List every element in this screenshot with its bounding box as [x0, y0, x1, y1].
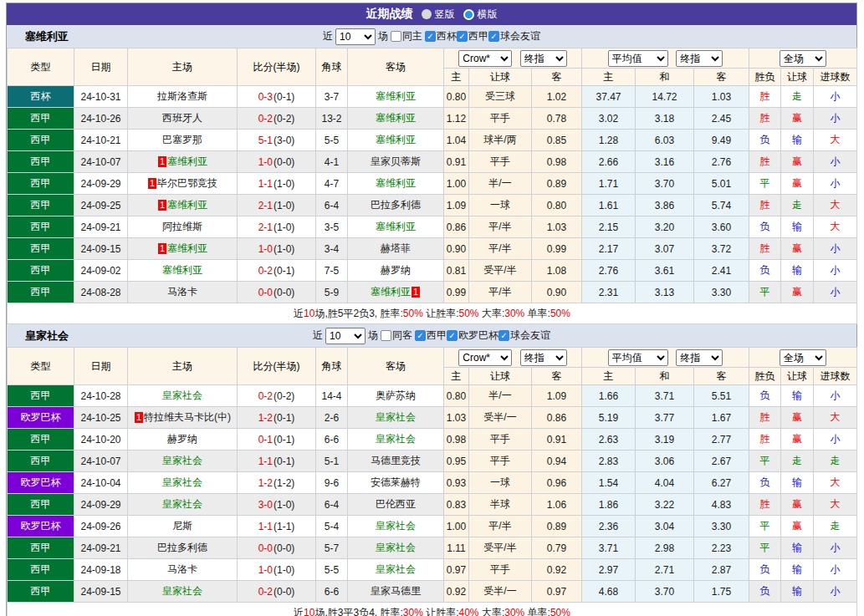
team-name[interactable]: 巴拉多利德	[371, 199, 421, 211]
layout-option-vertical[interactable]: 竖版	[422, 8, 455, 22]
handicap-result-cell: 赢	[781, 516, 814, 537]
goals-result-cell: 大	[814, 472, 857, 494]
average-odds-select[interactable]: 平均值	[608, 349, 668, 366]
team-name[interactable]: 特拉维夫马卡比(中)	[144, 411, 231, 423]
final-odds-select[interactable]: 终指	[520, 349, 567, 366]
handicap-result-cell: 输	[781, 559, 814, 581]
match-row: 西甲24-09-02塞维利亚0-2(0-1)7-5赫罗纳0.81受平/半1.08…	[8, 260, 857, 282]
avg-final-odds-select[interactable]: 终指	[676, 349, 723, 366]
focus-team-name[interactable]: 皇家社会	[162, 585, 202, 597]
home-team-cell: 皇家社会	[128, 385, 238, 407]
avg-odds-cell: 3.06	[636, 451, 694, 472]
team-name[interactable]: 奥萨苏纳	[376, 389, 416, 401]
odds-source-select[interactable]: Crow*	[458, 349, 512, 366]
summary-segment: 30%	[504, 308, 524, 319]
league-filter-checkbox[interactable]	[415, 330, 426, 341]
team-name[interactable]: 马洛卡	[167, 563, 197, 575]
same-venue-checkbox[interactable]	[381, 330, 391, 341]
col-winloss: 胜负	[749, 69, 781, 86]
avg-odds-cell: 3.61	[636, 260, 694, 282]
team-name[interactable]: 马德里竞技	[371, 455, 421, 466]
fulltime-select[interactable]: 全场	[780, 349, 826, 366]
team-name[interactable]: 毕尔巴鄂竞技	[157, 177, 217, 189]
focus-team-name[interactable]: 皇家社会	[162, 498, 202, 510]
focus-team-name[interactable]: 塞维利亚	[376, 221, 416, 232]
score-cell: 1-1(0-1)	[238, 451, 316, 472]
layout-option-horizontal[interactable]: 横版	[463, 8, 498, 22]
odds-source-select[interactable]: Crow*	[458, 50, 512, 67]
team-name[interactable]: 赫塔菲	[381, 242, 411, 254]
away-team-cell: 皇家贝蒂斯	[348, 151, 444, 173]
league-filter-checkbox[interactable]	[447, 330, 458, 341]
team-name[interactable]: 巴塞罗那	[162, 134, 202, 145]
match-row: 西甲24-10-28皇家社会0-2(0-2)14-4奥萨苏纳0.80半/一1.0…	[8, 385, 857, 407]
league-filter-checkbox[interactable]	[498, 330, 509, 341]
team-name[interactable]: 拉斯洛查斯	[157, 90, 207, 102]
match-row: 西甲24-09-151塞维利亚1-0(1-0)3-4赫塔菲0.90平/半0.99…	[8, 238, 857, 260]
focus-team-name[interactable]: 塞维利亚	[376, 177, 416, 189]
focus-team-name[interactable]: 皇家社会	[376, 520, 416, 532]
league-filter-checkbox[interactable]	[425, 31, 436, 42]
results-table: 类型 日期 主场 比分(半场) 角球 客场 Crow* 终指 平均值 终指	[7, 48, 857, 324]
team-name[interactable]: 安德莱赫特	[371, 476, 421, 488]
match-date-cell: 24-09-15	[74, 581, 128, 603]
winloss-result-cell: 平	[749, 537, 781, 559]
home-team-cell: 马洛卡	[128, 559, 238, 581]
focus-team-name[interactable]: 塞维利亚	[167, 242, 207, 254]
focus-team-name[interactable]: 皇家社会	[376, 542, 416, 553]
fulltime-score: 0-2	[258, 390, 273, 402]
summary-segment: 让胜率:	[423, 308, 459, 319]
vertical-radio-icon[interactable]	[422, 9, 432, 19]
page-title: 近期战绩	[366, 7, 413, 22]
team-name[interactable]: 西班牙人	[162, 112, 202, 124]
league-filter-checkbox[interactable]	[488, 31, 499, 42]
team-name[interactable]: 皇家马德里	[371, 585, 421, 597]
focus-team-name[interactable]: 塞维利亚	[162, 264, 202, 276]
focus-team-name[interactable]: 皇家社会	[162, 455, 202, 466]
fulltime-score: 0-3	[258, 91, 273, 103]
fulltime-select[interactable]: 全场	[780, 50, 826, 67]
league-type-cell: 西甲	[8, 173, 74, 195]
handicap-result-cell: 赢	[781, 429, 814, 451]
focus-team-name[interactable]: 塞维利亚	[376, 134, 416, 145]
league-filter-checkbox[interactable]	[457, 31, 468, 42]
goals-result-cell: 小	[814, 151, 857, 173]
focus-team-name[interactable]: 塞维利亚	[376, 112, 416, 124]
focus-team-name[interactable]: 塞维利亚	[376, 90, 416, 102]
team-name[interactable]: 阿拉维斯	[162, 221, 202, 232]
team-name[interactable]: 赫罗纳	[381, 264, 411, 276]
match-count-select[interactable]: 10	[335, 28, 376, 45]
avg-final-odds-select[interactable]: 终指	[676, 50, 723, 67]
focus-team-name[interactable]: 皇家社会	[162, 389, 202, 401]
team-name[interactable]: 巴伦西亚	[376, 498, 416, 510]
team-name[interactable]: 巴拉多利德	[157, 542, 207, 553]
same-venue-checkbox[interactable]	[391, 31, 401, 42]
match-date-cell: 24-09-02	[74, 260, 128, 282]
team-name[interactable]: 马洛卡	[167, 286, 197, 298]
match-date-cell: 24-09-18	[74, 559, 128, 581]
focus-team-name[interactable]: 塞维利亚	[167, 155, 207, 167]
focus-team-name[interactable]: 皇家社会	[376, 433, 416, 445]
summary-segment: 30%	[403, 607, 423, 616]
team-name[interactable]: 皇家贝蒂斯	[371, 155, 421, 167]
focus-team-name[interactable]: 皇家社会	[376, 563, 416, 575]
match-count-select[interactable]: 10	[325, 328, 366, 344]
focus-team-name[interactable]: 皇家社会	[376, 411, 416, 423]
goals-result-cell: 走	[814, 451, 857, 472]
match-date-cell: 24-09-26	[74, 516, 128, 537]
score-cell: 2-1(1-0)	[238, 195, 316, 216]
horizontal-radio-icon[interactable]	[463, 9, 474, 20]
focus-team-name[interactable]: 皇家社会	[162, 476, 202, 488]
average-odds-select[interactable]: 平均值	[608, 50, 668, 67]
team-name[interactable]: 赫罗纳	[167, 433, 197, 445]
avg-odds-cell: 2.71	[636, 559, 694, 581]
final-odds-select[interactable]: 终指	[520, 50, 567, 67]
fulltime-score: 0-1	[258, 434, 273, 445]
team-name[interactable]: 尼斯	[172, 520, 192, 532]
focus-team-name[interactable]: 塞维利亚	[167, 199, 207, 211]
corner-cell: 3-7	[316, 86, 348, 108]
avg-odds-cell: 1.75	[694, 581, 749, 603]
focus-team-name[interactable]: 塞维利亚	[371, 286, 411, 298]
fulltime-score: 2-1	[258, 221, 273, 233]
away-team-cell: 奥萨苏纳	[348, 385, 444, 407]
